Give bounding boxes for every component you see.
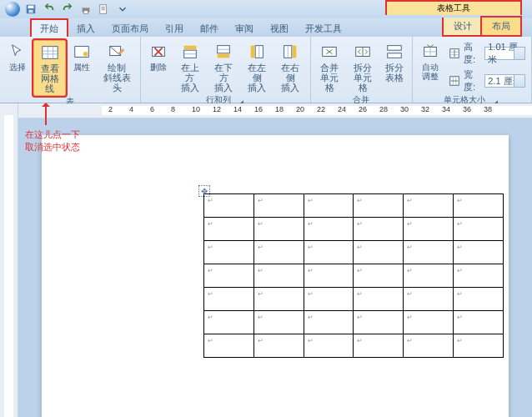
table-cell[interactable]: ↵ <box>354 334 404 358</box>
document-table[interactable]: ↵↵↵↵↵↵↵↵↵↵↵↵↵↵↵↵↵↵↵↵↵↵↵↵↵↵↵↵↵↵↵↵↵↵↵↵↵↵↵↵… <box>203 193 504 358</box>
ruler-number: 10 <box>192 105 200 113</box>
split-table-button[interactable]: 拆分表格 <box>380 40 409 84</box>
qat-dropdown-icon[interactable] <box>115 2 130 17</box>
table-cell[interactable]: ↵ <box>404 194 454 218</box>
row-height-control[interactable]: 高度: 1.01 厘米 <box>446 40 528 67</box>
table-cell[interactable]: ↵ <box>253 288 304 311</box>
table-row[interactable]: ↵↵↵↵↵↵ <box>204 288 504 311</box>
table-cell[interactable]: ↵ <box>354 194 404 218</box>
delete-button[interactable]: 删除 <box>144 40 173 73</box>
autofit-button[interactable]: 自动调整 <box>416 40 444 83</box>
svg-rect-2 <box>28 10 33 13</box>
insert-right-button[interactable]: 在右侧插入 <box>274 40 306 94</box>
tab-table-design[interactable]: 设计 <box>444 18 482 35</box>
table-row[interactable]: ↵↵↵↵↵↵ <box>204 218 504 241</box>
table-cell[interactable]: ↵ <box>454 334 504 358</box>
table-cell[interactable]: ↵ <box>454 311 504 334</box>
draw-diagonal-button[interactable]: 绘制斜线表头 <box>98 40 137 94</box>
table-row[interactable]: ↵↵↵↵↵↵ <box>204 334 504 358</box>
table-cell[interactable]: ↵ <box>404 241 454 264</box>
quick-print-icon[interactable] <box>97 2 112 17</box>
tab-developer[interactable]: 开发工具 <box>297 20 350 37</box>
table-cell[interactable]: ↵ <box>204 264 254 288</box>
merge-cells-button[interactable]: 合并单元格 <box>314 40 346 94</box>
table-row[interactable]: ↵↵↵↵↵↵ <box>204 311 504 334</box>
group-rows-cols: 删除 在上方插入 在下方插入 在左侧插入 在右侧插入 行和列 ◢ <box>141 37 311 103</box>
vertical-ruler[interactable] <box>0 103 18 417</box>
table-cell[interactable]: ↵ <box>204 311 254 334</box>
table-row[interactable]: ↵↵↵↵↵↵ <box>204 264 504 288</box>
table-cell[interactable]: ↵ <box>204 334 254 358</box>
split-cells-button[interactable]: 拆分单元格 <box>347 40 379 94</box>
view-gridlines-button[interactable]: 查看网格线 <box>33 40 66 96</box>
table-move-handle[interactable]: ✥ <box>198 185 210 197</box>
table-cell[interactable]: ↵ <box>404 311 454 334</box>
insert-above-button[interactable]: 在上方插入 <box>174 40 206 94</box>
table-cell[interactable]: ↵ <box>253 241 304 264</box>
table-cell[interactable]: ↵ <box>454 241 504 264</box>
table-cell[interactable]: ↵ <box>304 241 354 264</box>
horizontal-ruler[interactable]: 2468101214161820222426283032343638 <box>18 103 532 118</box>
table-cell[interactable]: ↵ <box>204 288 254 311</box>
tab-view[interactable]: 视图 <box>262 20 297 37</box>
table-cell[interactable]: ↵ <box>253 264 304 288</box>
col-width-control[interactable]: 宽度: 2.1 厘米 <box>446 68 528 94</box>
table-cell[interactable]: ↵ <box>304 288 354 311</box>
insert-left-button[interactable]: 在左侧插入 <box>241 40 273 94</box>
undo-icon[interactable] <box>42 2 57 17</box>
table-cell[interactable]: ↵ <box>404 334 454 358</box>
tab-mailings[interactable]: 邮件 <box>192 20 227 37</box>
table-cell[interactable]: ↵ <box>354 241 404 264</box>
properties-button[interactable]: 属性 <box>68 40 96 73</box>
table-cell[interactable]: ↵ <box>454 288 504 311</box>
height-spinbox[interactable]: 1.01 厘米 <box>484 47 525 60</box>
ruler-number: 8 <box>171 105 175 113</box>
table-cell[interactable]: ↵ <box>454 218 504 241</box>
tab-references[interactable]: 引用 <box>157 20 192 37</box>
table-cell[interactable]: ↵ <box>354 218 404 241</box>
table-row[interactable]: ↵↵↵↵↵↵ <box>204 194 504 218</box>
tab-table-layout[interactable]: 布局 <box>480 16 522 37</box>
width-spinbox[interactable]: 2.1 厘米 <box>484 74 525 88</box>
redo-icon[interactable] <box>60 2 75 17</box>
split-table-icon <box>384 42 405 62</box>
table-cell[interactable]: ↵ <box>454 194 504 218</box>
tab-home[interactable]: 开始 <box>30 18 68 37</box>
table-cell[interactable]: ↵ <box>304 334 354 358</box>
tab-review[interactable]: 审阅 <box>227 20 262 37</box>
table-cell[interactable]: ↵ <box>204 218 254 241</box>
save-icon[interactable] <box>23 2 38 17</box>
ruler-number: 24 <box>338 105 346 113</box>
table-cell[interactable]: ↵ <box>253 334 304 358</box>
table-cell[interactable]: ↵ <box>354 264 404 288</box>
table-cell[interactable]: ↵ <box>454 264 504 288</box>
print-icon[interactable] <box>78 2 93 17</box>
table-cell[interactable]: ↵ <box>404 288 454 311</box>
table-cell[interactable]: ↵ <box>253 311 304 334</box>
context-tabs: 设计 布局 <box>442 18 522 37</box>
ruler-number: 6 <box>150 105 154 113</box>
table-cell[interactable]: ↵ <box>404 264 454 288</box>
page-scroll[interactable]: ✥ ↵↵↵↵↵↵↵↵↵↵↵↵↵↵↵↵↵↵↵↵↵↵↵↵↵↵↵↵↵↵↵↵↵↵↵↵↵↵… <box>18 118 532 417</box>
table-cell[interactable]: ↵ <box>204 194 254 218</box>
table-cell[interactable]: ↵ <box>354 311 404 334</box>
table-cell[interactable]: ↵ <box>304 264 354 288</box>
insert-below-button[interactable]: 在下方插入 <box>208 40 239 94</box>
office-orb-button[interactable] <box>5 2 20 17</box>
svg-rect-23 <box>388 53 402 58</box>
select-button[interactable]: 选择 <box>3 40 32 73</box>
table-cell[interactable]: ↵ <box>304 311 354 334</box>
table-cell[interactable]: ↵ <box>354 288 404 311</box>
tab-pagelayout[interactable]: 页面布局 <box>103 20 157 37</box>
tab-insert[interactable]: 插入 <box>68 20 103 37</box>
table-cell[interactable]: ↵ <box>404 218 454 241</box>
table-cell[interactable]: ↵ <box>304 194 354 218</box>
table-cell[interactable]: ↵ <box>304 218 354 241</box>
ruler-number: 2 <box>108 105 113 113</box>
table-cell[interactable]: ↵ <box>253 218 304 241</box>
table-row[interactable]: ↵↵↵↵↵↵ <box>204 241 504 264</box>
document-page[interactable]: ✥ ↵↵↵↵↵↵↵↵↵↵↵↵↵↵↵↵↵↵↵↵↵↵↵↵↵↵↵↵↵↵↵↵↵↵↵↵↵↵… <box>42 135 509 417</box>
svg-rect-6 <box>100 5 107 14</box>
table-cell[interactable]: ↵ <box>253 194 304 218</box>
table-cell[interactable]: ↵ <box>204 241 254 264</box>
